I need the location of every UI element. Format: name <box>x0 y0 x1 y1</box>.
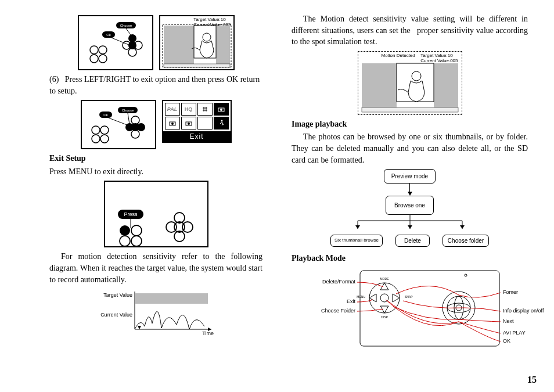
motion-graph-svg: Target Value Current Value Time <box>89 289 223 338</box>
flow-browse-one: Browse one <box>386 196 434 215</box>
svg-rect-59 <box>362 107 458 112</box>
svg-point-46 <box>166 222 177 232</box>
icon-cam-dark-1 <box>214 103 229 116</box>
svg-point-41 <box>120 225 130 236</box>
figure-exit-menu: PAL HQ <box>162 100 232 149</box>
svg-marker-67 <box>460 225 465 229</box>
flow-delete: Delete <box>395 235 430 247</box>
current-value-label: Current Value:005 <box>193 22 231 27</box>
choose-pill-2: Choose <box>121 109 134 112</box>
svg-point-21 <box>131 116 139 124</box>
svg-point-12 <box>99 55 107 63</box>
svg-rect-53 <box>135 293 208 304</box>
button-schematic-2: Ok Choose <box>82 101 155 148</box>
icon-run <box>214 117 229 130</box>
svg-rect-15 <box>216 26 230 66</box>
label-ok: OK <box>503 338 510 344</box>
svg-point-29 <box>100 126 109 134</box>
flow-six-thumb: Six thumbnail browse <box>330 235 383 247</box>
current-value-axis: Current Value <box>100 312 132 318</box>
figure-button-press: Press <box>104 181 208 247</box>
icon-blank <box>197 117 213 130</box>
svg-point-10 <box>99 46 107 54</box>
flow-preview: Preview mode <box>384 169 436 184</box>
label-next: Next <box>503 318 514 324</box>
press-pill: Press <box>124 211 138 217</box>
camera-scene-2 <box>358 52 462 113</box>
label-exit: Exit <box>292 299 355 304</box>
figure-row-2: Ok Choose <box>49 100 262 149</box>
page-number: 15 <box>527 375 537 385</box>
svg-point-9 <box>90 46 98 54</box>
step-6: (6) Press LEFT/RIGHT to exit option and … <box>49 74 262 96</box>
svg-point-33 <box>220 109 222 111</box>
device-diagram: MODE SNAP DISP MENU <box>292 266 528 359</box>
label-fomer: Fomer <box>503 289 518 295</box>
svg-rect-56 <box>434 63 458 110</box>
figure-button-choose-ok: Choose Ok <box>78 15 153 70</box>
page-spread: Choose Ok <box>0 0 554 392</box>
flow-choose-folder: Choose folder <box>443 235 489 247</box>
label-avi: AVI PLAY <box>503 330 526 336</box>
svg-point-2 <box>128 34 136 42</box>
svg-point-30 <box>92 135 100 143</box>
exit-bar: Exit <box>163 131 231 142</box>
target-value-label: Target Value:10 <box>193 17 225 22</box>
svg-point-6 <box>128 48 136 56</box>
svg-point-38 <box>221 120 222 122</box>
svg-point-44 <box>131 236 142 246</box>
exit-setup-text: Press MENU to exit directly. <box>49 166 262 178</box>
svg-marker-66 <box>408 225 412 229</box>
choose-pill-text: Choose <box>120 24 132 27</box>
figure-camera-scene-1: Target Value:10 Current Value:005 <box>159 15 235 70</box>
label-choose-folder: Choose Foider <box>292 308 355 314</box>
svg-point-17 <box>203 33 211 41</box>
svg-point-35 <box>171 123 174 125</box>
step-6-num: (6) <box>49 75 59 84</box>
figure-row-3: Press <box>49 181 262 247</box>
ok-pill-text: Ok <box>106 33 111 37</box>
exit-setup-heading: Exit Setup <box>49 153 262 164</box>
svg-point-11 <box>90 55 98 63</box>
image-playback-heading: Image playback <box>292 118 528 130</box>
icon-cam-2 <box>181 117 196 130</box>
left-column: Choose Ok <box>0 0 277 392</box>
playback-mode-heading: Playback Mode <box>292 253 528 264</box>
svg-point-28 <box>92 126 100 134</box>
icon-hq: HQ <box>181 103 196 116</box>
target-value-axis: Target Value <box>103 292 132 298</box>
camera-overlay-1: Target Value:10 Current Value:005 <box>193 17 231 28</box>
dpad-menu: MENU <box>357 295 365 299</box>
right-column: The Motion detect sensitivity value sett… <box>277 0 554 392</box>
exit-menu-box: PAL HQ <box>162 100 232 143</box>
dpad-mode: MODE <box>380 277 390 280</box>
svg-point-37 <box>188 123 190 125</box>
image-playback-text: The photos can be browsed by one or six … <box>292 131 528 166</box>
motion-graph: Target Value Current Value Time <box>49 289 262 338</box>
svg-point-48 <box>182 222 193 232</box>
flow-chart: Preview mode Browse one Six thumbnail br… <box>292 169 528 247</box>
button-schematic-1: Choose Ok <box>79 16 152 69</box>
button-schematic-press: Press <box>105 182 207 246</box>
figure-row-1: Choose Ok <box>49 15 262 70</box>
svg-point-31 <box>100 135 109 143</box>
svg-point-42 <box>131 225 142 236</box>
flow-branch <box>334 215 485 235</box>
figure-camera-motion: Motion Detected Target Value:10 Current … <box>292 51 528 115</box>
svg-point-58 <box>412 71 421 81</box>
figure-button-ok-choose: Ok Choose <box>81 100 156 149</box>
svg-marker-65 <box>355 225 360 229</box>
step-6-text: Press LEFT/RIGHT to exit option and then… <box>49 75 260 95</box>
label-delete-format: Delete/Format <box>292 279 355 285</box>
camera-motion-box: Motion Detected Target Value:10 Current … <box>358 51 462 115</box>
svg-point-43 <box>120 236 130 246</box>
label-info: Info display on/off <box>503 308 544 314</box>
svg-line-27 <box>128 113 129 124</box>
icon-pal: PAL <box>165 103 180 116</box>
svg-rect-14 <box>164 26 194 66</box>
ok-pill-2: Ok <box>103 113 109 117</box>
svg-rect-55 <box>362 63 397 110</box>
icon-cam-1 <box>165 117 180 130</box>
icon-crop <box>197 103 213 116</box>
svg-rect-18 <box>164 64 230 67</box>
